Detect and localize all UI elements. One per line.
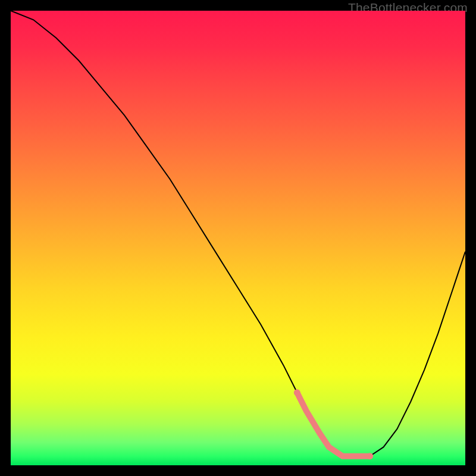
optimal-marker-left	[294, 389, 300, 396]
bottleneck-curve	[11, 11, 465, 456]
optimal-range-band	[297, 393, 369, 456]
optimal-marker-right	[367, 453, 373, 459]
plot-area	[11, 11, 465, 465]
chart-frame: TheBottlenecker.com	[0, 0, 476, 476]
curve-svg	[11, 11, 465, 465]
